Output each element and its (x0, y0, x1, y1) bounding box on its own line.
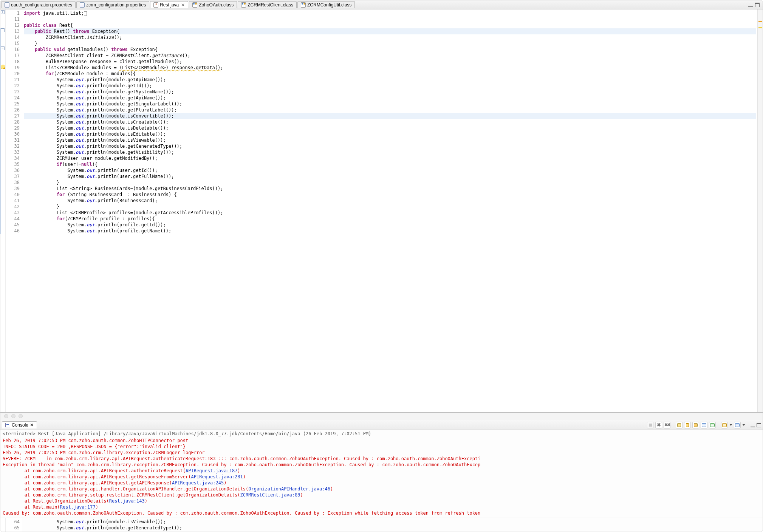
pin-console-button[interactable] (692, 422, 699, 428)
editor-tab[interactable]: zcrm_configuration.properties (76, 1, 149, 8)
close-icon[interactable]: ✕ (181, 2, 185, 8)
show-console-when-output-button[interactable] (734, 422, 741, 428)
code-line[interactable]: System.out.println(module.getGeneratedTy… (24, 143, 756, 149)
code-line[interactable]: ZCRMRestClient.initialize(); (24, 34, 756, 40)
code-line[interactable]: System.out.println(module.getPluralLabel… (24, 107, 756, 113)
console-line: Caused by: com.zoho.oauth.common.ZohoOAu… (3, 510, 760, 516)
dropdown-arrow-icon[interactable] (729, 424, 732, 426)
code-line[interactable]: public class Rest{ (24, 22, 756, 28)
console-pane: Console ✕ ✖ ✖✖ <terminated> Rest [Java A… (0, 412, 763, 532)
overview-ruler (757, 9, 763, 412)
console-icon (5, 423, 10, 427)
overview-warn-marker[interactable] (758, 21, 762, 22)
stacktrace-link[interactable]: APIRequest.java:187 (186, 468, 237, 473)
code-line[interactable]: System.out.println(module.getVisibility(… (24, 149, 756, 155)
code-line[interactable]: System.out.println(module.getSystemName(… (24, 89, 756, 95)
code-line[interactable]: System.out.println(module.isViewable()); (24, 519, 761, 525)
console-line: at com.zoho.crm.library.api.handler.Orga… (3, 486, 760, 492)
document-icon (5, 2, 9, 8)
editor-tab-strip: oauth_configuration.propertieszcrm_confi… (0, 0, 763, 9)
code-line[interactable]: ZCRMUser user=module.getModifiedBy(); (24, 155, 756, 161)
quickfix-warning-icon[interactable] (1, 65, 5, 69)
stacktrace-link[interactable]: APIRequest.java:245 (172, 480, 224, 486)
stacktrace-link[interactable]: ZCRMRestClient.java:83 (240, 492, 300, 498)
console-line: Feb 26, 2019 7:02:53 PM com.zoho.oauth.c… (3, 438, 760, 444)
code-line[interactable]: public void getallmodules() throws Excep… (24, 46, 756, 53)
editor-tab[interactable]: ZohoOAuth.class (189, 1, 237, 8)
console-launch-description: <terminated> Rest [Java Application] /Li… (3, 431, 760, 438)
code-line[interactable]: } (24, 204, 756, 210)
editor-area[interactable]: +−− 111121314151617181920212223242526272… (0, 9, 763, 412)
code-line[interactable]: List<ZCRMModule> modules = (List<ZCRMMod… (24, 65, 756, 71)
editor-tab[interactable]: oauth_configuration.properties (1, 1, 76, 8)
code-line[interactable]: System.out.println(user.getFullName()); (24, 173, 756, 179)
open-console-button[interactable] (709, 422, 716, 428)
dot-icon (4, 414, 8, 418)
maximize-icon[interactable] (755, 3, 760, 7)
fold-collapse-icon[interactable]: − (1, 46, 5, 50)
code-line[interactable]: System.out.println(module.getApiName()); (24, 77, 756, 83)
code-line[interactable]: System.out.println(user.getId()); (24, 167, 756, 173)
code-line[interactable]: System.out.println(profile.getName()); (24, 228, 756, 234)
code-line[interactable]: System.out.println(profile.getId()); (24, 222, 756, 228)
scroll-lock-button[interactable] (684, 422, 691, 428)
stacktrace-link[interactable]: OrganizationAPIHandler.java:46 (248, 486, 330, 492)
editor-code-column[interactable]: import java.util.List;public class Rest{… (22, 9, 757, 412)
overview-warn-marker[interactable] (758, 27, 762, 28)
fold-collapse-icon[interactable]: − (1, 28, 5, 32)
editor-tab[interactable]: ZCRMRestClient.class (238, 1, 297, 8)
code-line[interactable]: public Rest() throws Exception{ (24, 28, 756, 34)
code-line[interactable]: System.out.println(module.getId()); (24, 83, 756, 89)
editor-tab[interactable]: Rest.java✕ (150, 1, 188, 8)
code-line[interactable]: System.out.println(module.isCreatable())… (24, 119, 756, 125)
code-line[interactable]: } (24, 40, 756, 46)
code-line[interactable]: for(ZCRMProfile profile : profiles){ (24, 216, 756, 222)
code-line[interactable]: System.out.println(module.isDeletable())… (24, 125, 756, 131)
java-file-icon (153, 2, 158, 8)
code-line[interactable]: if(user!=null){ (24, 161, 756, 167)
code-line[interactable]: BulkAPIResponse response = client.getAll… (24, 59, 756, 65)
code-line[interactable]: System.out.println(module.getGeneratedTy… (24, 525, 761, 531)
code-line[interactable]: for (String BsuinessCard : BusinessCards… (24, 192, 756, 198)
console-body[interactable]: <terminated> Rest [Java Application] /Li… (0, 430, 763, 518)
code-line[interactable] (24, 16, 756, 22)
code-line[interactable]: System.out.println(module.isConvertible(… (24, 113, 756, 119)
close-icon[interactable]: ✕ (30, 422, 34, 428)
stacktrace-link[interactable]: Rest.java:143 (109, 498, 145, 504)
code-line[interactable]: System.out.println(module.isEditable()); (24, 131, 756, 137)
remove-all-terminated-button[interactable]: ✖✖ (664, 422, 670, 428)
internal-sash-handle[interactable] (0, 413, 763, 420)
display-selected-console-button[interactable] (701, 422, 707, 428)
code-line[interactable]: List <ZCRMProfile> profiles=(module.getA… (24, 210, 756, 216)
editor-tab[interactable]: ZCRMConfigUtil.class (297, 1, 355, 8)
minimize-icon[interactable] (748, 3, 753, 7)
fold-expand-icon[interactable]: + (1, 10, 5, 14)
dropdown-arrow-icon[interactable] (742, 424, 745, 426)
code-line[interactable]: System.out.println(module.isViewable()); (24, 137, 756, 143)
remove-launch-button[interactable]: ✖ (655, 422, 662, 428)
tab-label: Rest.java (160, 2, 179, 8)
editor-window-controls (748, 3, 762, 7)
code-line[interactable]: System.out.println(module.getSingularLab… (24, 101, 756, 107)
code-line[interactable]: System.out.println(BsuinessCard); (24, 198, 756, 204)
console-line: at com.zoho.crm.library.api.APIRequest.g… (3, 474, 760, 480)
stacktrace-link[interactable]: Rest.java:177 (60, 504, 96, 510)
document-icon (80, 2, 85, 8)
dot-icon (19, 414, 23, 418)
console-tab-label: Console (12, 422, 28, 428)
tab-label: oauth_configuration.properties (11, 2, 72, 8)
clear-console-button[interactable] (676, 422, 683, 428)
code-line[interactable]: ZCRMRestClient client = ZCRMRestClient.g… (24, 53, 756, 59)
code-line[interactable]: import java.util.List; (24, 10, 756, 16)
console-tab[interactable]: Console ✕ (2, 421, 37, 428)
terminate-button[interactable] (647, 422, 654, 428)
code-line[interactable]: System.out.println(module.getApiName()); (24, 95, 756, 101)
code-line[interactable]: } (24, 179, 756, 186)
console-line: at com.zoho.crm.library.setup.restclient… (3, 492, 760, 498)
code-line[interactable]: List <String> BusinessCards=(module.getB… (24, 186, 756, 192)
minimize-icon[interactable] (751, 423, 755, 427)
maximize-icon[interactable] (757, 423, 761, 427)
code-line[interactable]: for(ZCRMModule module : modules){ (24, 71, 756, 77)
stacktrace-link[interactable]: APIRequest.java:281 (191, 474, 243, 479)
new-console-view-button[interactable] (721, 422, 728, 428)
